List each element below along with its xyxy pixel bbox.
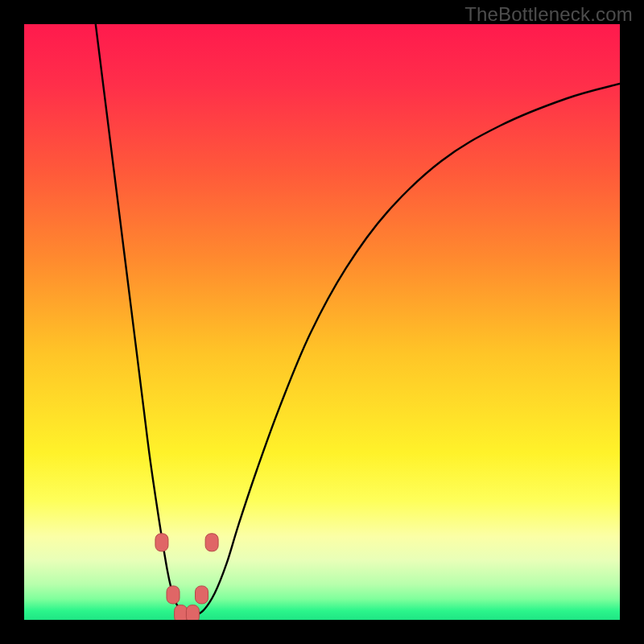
- bottleneck-curve: [24, 24, 620, 620]
- outer-black-frame: TheBottleneck.com: [0, 0, 644, 644]
- plot-area: [24, 24, 620, 620]
- marker-dot: [196, 586, 208, 604]
- marker-dot: [167, 586, 180, 604]
- marker-dot: [155, 534, 168, 551]
- marker-dot: [175, 605, 188, 620]
- marker-dot: [186, 605, 199, 620]
- marker-dots: [155, 534, 218, 620]
- curve-left-branch: [96, 24, 191, 617]
- curve-right-branch: [191, 84, 620, 617]
- marker-dot: [205, 534, 218, 551]
- watermark-text: TheBottleneck.com: [464, 3, 633, 26]
